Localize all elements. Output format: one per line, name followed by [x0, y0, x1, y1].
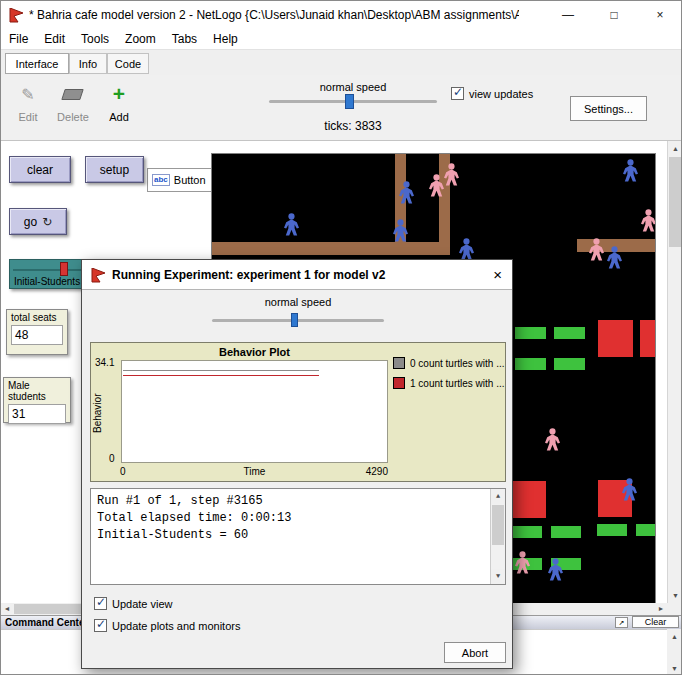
- person-agent: [640, 209, 656, 232]
- add-button-label[interactable]: Add: [103, 111, 135, 123]
- person-agent: [606, 246, 623, 269]
- minimize-button[interactable]: —: [545, 1, 591, 29]
- main-vertical-scrollbar[interactable]: ▲ ▼: [667, 141, 682, 603]
- red-table-patch: [512, 481, 546, 518]
- check-icon: ✓: [96, 617, 106, 631]
- menu-edit[interactable]: Edit: [36, 32, 73, 46]
- person-agent: [443, 163, 460, 186]
- abort-button[interactable]: Abort: [444, 642, 506, 663]
- scroll-up-icon[interactable]: ▲: [668, 141, 682, 156]
- red-table-patch: [598, 320, 633, 357]
- settings-button[interactable]: Settings...: [570, 96, 647, 121]
- scroll-up-icon[interactable]: ▲: [667, 629, 682, 644]
- person-agent: [398, 181, 415, 204]
- green-table-patch: [597, 524, 627, 536]
- update-plots-row: ✓ Update plots and monitors: [94, 619, 240, 632]
- scroll-up-icon[interactable]: ▲: [491, 489, 505, 504]
- check-icon: ✓: [453, 85, 463, 99]
- clear-button[interactable]: clear: [9, 156, 71, 183]
- update-view-label: Update view: [112, 598, 173, 610]
- delete-eraser-icon[interactable]: [61, 89, 84, 100]
- update-plots-label: Update plots and monitors: [112, 620, 240, 632]
- setup-button[interactable]: setup: [85, 156, 144, 183]
- maximize-button[interactable]: □: [591, 1, 637, 29]
- scrollbar-thumb[interactable]: [669, 157, 682, 247]
- menu-file[interactable]: File: [1, 32, 36, 46]
- tab-code[interactable]: Code: [107, 53, 149, 74]
- red-table-patch: [640, 320, 655, 357]
- output-scrollbar[interactable]: ▲ ▼: [490, 489, 505, 584]
- netlogo-logo-icon: [9, 8, 24, 23]
- close-button[interactable]: ×: [637, 1, 682, 29]
- plot-area: [121, 360, 388, 463]
- output-line: Total elapsed time: 0:00:13: [97, 510, 485, 527]
- command-vertical-scrollbar[interactable]: ▲ ▼: [667, 629, 682, 675]
- command-center-title: Command Center: [5, 617, 88, 628]
- update-plots-checkbox[interactable]: ✓: [94, 619, 107, 632]
- wall-segment: [212, 242, 450, 255]
- total-seats-monitor: total seats 48: [6, 309, 68, 355]
- view-updates-checkbox[interactable]: ✓: [451, 87, 464, 100]
- dialog-title-bar[interactable]: Running Experiment: experiment 1 for mod…: [82, 260, 512, 290]
- scroll-left-icon[interactable]: ◄: [1, 603, 13, 615]
- ticks-counter: ticks: 3833: [269, 119, 437, 133]
- speed-slider-thumb[interactable]: [345, 94, 354, 109]
- green-table-patch: [636, 524, 655, 536]
- tab-info[interactable]: Info: [69, 53, 107, 74]
- scroll-down-icon[interactable]: ▼: [668, 588, 682, 603]
- speed-slider-label: normal speed: [269, 81, 437, 93]
- experiment-output[interactable]: Run #1 of 1, step #3165 Total elapsed ti…: [90, 488, 506, 585]
- menu-zoom[interactable]: Zoom: [117, 32, 164, 46]
- legend-entry: 1 count turtles with ...: [393, 377, 505, 389]
- dialog-speed-track[interactable]: [212, 319, 384, 322]
- scrollbar-thumb[interactable]: [492, 505, 504, 545]
- male-students-monitor: Male students 31: [3, 377, 71, 423]
- detach-icon[interactable]: ↗: [615, 617, 628, 628]
- person-agent: [547, 558, 564, 581]
- legend-entry: 0 count turtles with ...: [393, 357, 505, 369]
- add-plus-icon[interactable]: +: [103, 83, 135, 105]
- monitor-label: total seats: [11, 312, 63, 323]
- monitor-value: 31: [8, 404, 66, 424]
- scroll-down-icon[interactable]: ▼: [667, 661, 682, 675]
- dialog-close-button[interactable]: ×: [493, 260, 502, 290]
- edit-button-label[interactable]: Edit: [11, 111, 45, 123]
- scroll-right-icon[interactable]: ►: [655, 603, 667, 615]
- x-max-label: 4290: [341, 466, 388, 477]
- monitor-value: 48: [11, 325, 63, 345]
- slider-thumb[interactable]: [60, 262, 68, 276]
- behavior-plot: Behavior Plot 34.1 Behavior 0 0 Time 429…: [90, 342, 506, 482]
- toolbar: ✎ Edit Delete + Add abc Button ▾ normal …: [1, 75, 682, 141]
- menu-tabs[interactable]: Tabs: [164, 32, 205, 46]
- go-button[interactable]: go ↻: [9, 208, 67, 235]
- legend-label: 0 count turtles with ...: [410, 358, 505, 369]
- netlogo-window: * Bahria cafe model version 2 - NetLogo …: [0, 0, 682, 675]
- scroll-down-icon[interactable]: ▼: [491, 569, 505, 584]
- person-agent: [283, 213, 300, 236]
- tab-interface[interactable]: Interface: [5, 53, 69, 74]
- legend-swatch: [393, 377, 405, 389]
- legend-label: 1 count turtles with ...: [410, 378, 505, 389]
- view-updates-label: view updates: [469, 88, 533, 100]
- dialog-speed-thumb[interactable]: [291, 313, 298, 327]
- person-agent: [588, 238, 605, 261]
- menu-tools[interactable]: Tools: [73, 32, 117, 46]
- green-table-patch: [515, 327, 546, 339]
- update-view-checkbox[interactable]: ✓: [94, 597, 107, 610]
- output-line: Initial-Students = 60: [97, 527, 485, 544]
- output-line: Run #1 of 1, step #3165: [97, 493, 485, 510]
- edit-pencil-icon[interactable]: ✎: [11, 85, 45, 104]
- check-icon: ✓: [96, 595, 106, 609]
- y-min-label: 0: [109, 453, 115, 464]
- person-agent: [458, 238, 475, 261]
- delete-button-label[interactable]: Delete: [53, 111, 93, 123]
- netlogo-logo-icon: [91, 268, 106, 283]
- green-table-patch: [554, 327, 585, 339]
- person-agent: [514, 551, 531, 574]
- dialog-title: Running Experiment: experiment 1 for mod…: [112, 260, 385, 290]
- scrollbar-corner: [667, 603, 682, 615]
- y-max-label: 34.1: [95, 357, 114, 368]
- menu-help[interactable]: Help: [205, 32, 246, 46]
- plot-title: Behavior Plot: [121, 346, 388, 358]
- command-clear-button[interactable]: Clear: [632, 616, 679, 628]
